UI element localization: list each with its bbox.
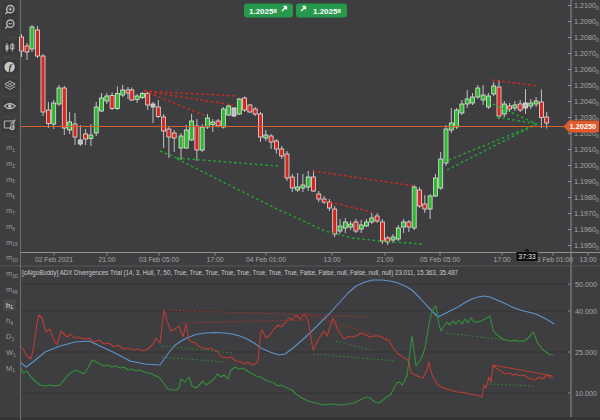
svg-text:1.19800: 1.19800 xyxy=(574,193,599,203)
svg-text:1.20500: 1.20500 xyxy=(574,81,599,91)
svg-text:13:00: 13:00 xyxy=(579,256,596,263)
svg-text:1.20258: 1.20258 xyxy=(249,7,277,16)
svg-text:1.20000: 1.20000 xyxy=(574,161,599,171)
svg-text:1.19700: 1.19700 xyxy=(574,209,599,219)
svg-text:1.20700: 1.20700 xyxy=(574,49,599,59)
svg-text:1.19900: 1.19900 xyxy=(574,177,599,187)
svg-text:21:00: 21:00 xyxy=(376,256,393,263)
svg-text:37:33: 37:33 xyxy=(518,253,536,260)
svg-text:21:00: 21:00 xyxy=(98,256,115,263)
svg-text:04 Feb 01:00: 04 Feb 01:00 xyxy=(246,256,286,263)
svg-text:1.19600: 1.19600 xyxy=(574,225,599,235)
svg-text:1.20400: 1.20400 xyxy=(574,97,599,107)
svg-text:08 Feb 01:00: 08 Feb 01:00 xyxy=(533,256,573,263)
svg-text:10.000: 10.000 xyxy=(575,389,597,398)
svg-text:17:00: 17:00 xyxy=(493,256,510,263)
svg-text:1.21000: 1.21000 xyxy=(574,1,599,11)
svg-text:17:00: 17:00 xyxy=(206,256,223,263)
svg-text:50.000: 50.000 xyxy=(575,280,597,289)
svg-text:13:00: 13:00 xyxy=(323,256,340,263)
svg-text:02 Feb 2021: 02 Feb 2021 xyxy=(35,256,73,263)
svg-text:1.20258: 1.20258 xyxy=(313,7,341,16)
svg-text:1.19500: 1.19500 xyxy=(574,241,599,251)
svg-text:25.000: 25.000 xyxy=(575,348,597,357)
svg-text:1.20250: 1.20250 xyxy=(570,122,597,131)
svg-text:[cAlgoBuddy] ADX Divergences T: [cAlgoBuddy] ADX Divergences Trial (14, … xyxy=(22,269,458,277)
svg-text:03 Feb 05:00: 03 Feb 05:00 xyxy=(139,256,179,263)
svg-text:40.000: 40.000 xyxy=(575,307,597,316)
svg-text:1.20600: 1.20600 xyxy=(574,65,599,75)
svg-text:1.20800: 1.20800 xyxy=(574,33,599,43)
svg-text:05 Feb 05:00: 05 Feb 05:00 xyxy=(420,256,460,263)
svg-text:1.20900: 1.20900 xyxy=(574,17,599,27)
svg-text:1.20100: 1.20100 xyxy=(574,145,599,155)
